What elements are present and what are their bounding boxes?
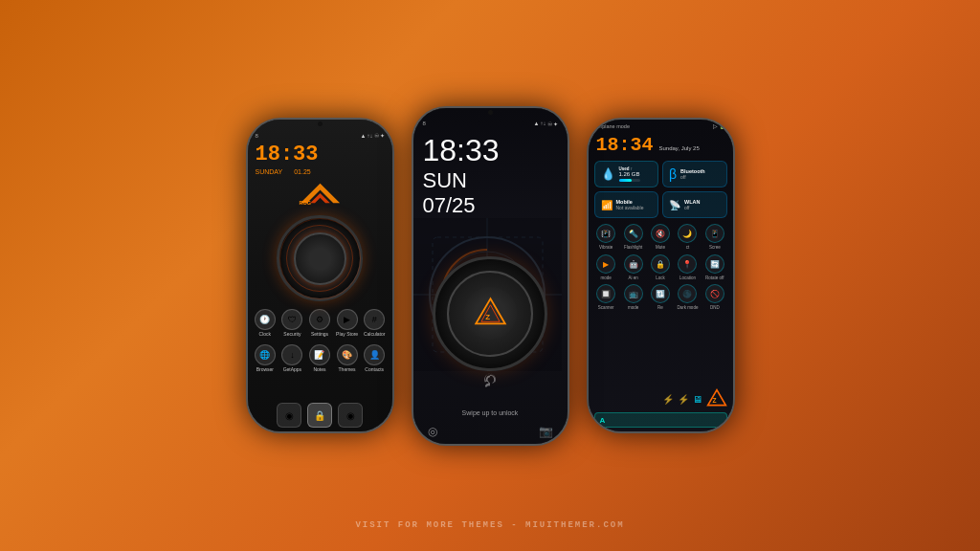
phone-center: 8 ▲↑↓♾✦ 18:33 SUN 07/25 <box>412 106 569 446</box>
node-icon: 📺 <box>624 284 643 303</box>
apps-grid-row1: 🕐 Clock 🛡 Security ⚙ Settings ▶ Play Sto… <box>248 305 392 341</box>
left-time: 18:33 <box>248 141 392 168</box>
qbtn-vibrate-label: Vibrate <box>599 245 612 250</box>
app-browser-icon: 🌐 <box>255 344 276 365</box>
qbtn-vibrate[interactable]: 📳 Vibrate <box>594 224 618 250</box>
flashlight-icon: 🔦 <box>624 224 643 243</box>
app-security[interactable]: 🛡 Security <box>280 309 304 337</box>
app-notes[interactable]: 📝 Notes <box>308 344 332 372</box>
qbtn-screen[interactable]: 📱 Scree <box>702 224 726 250</box>
tile-bluetooth[interactable]: β Bluetooth off <box>662 161 727 187</box>
center-status-bar: 8 ▲↑↓♾✦ <box>413 117 568 129</box>
qbtn-scanner[interactable]: 🔲 Scanner <box>594 284 618 310</box>
app-getapps[interactable]: ↓ GetApps <box>280 344 304 372</box>
app-clock[interactable]: 🕐 Clock <box>254 309 278 337</box>
center-status-icons: ▲↑↓♾✦ <box>534 121 558 127</box>
data-progress <box>619 179 632 182</box>
qbtn-re-label: Re <box>657 305 663 310</box>
qbtn-dnd-label: DND <box>710 305 720 310</box>
qbtn-location[interactable]: 📍 Location <box>676 254 700 280</box>
phones-showcase: 8 ▲↑↓♾✦ 18:33 SUNDAY 01.25 ROG <box>246 106 735 446</box>
watermark: VISIT FOR MORE THEMES - MIUITHEMER.COM <box>355 520 624 530</box>
app-getapps-label: GetApps <box>283 366 301 372</box>
qbtn-rotate[interactable]: 🔄 Rotate off <box>702 254 726 280</box>
qbtn-mode-label: mode <box>601 276 612 280</box>
rog-center-svg: Z <box>474 297 507 330</box>
app-clock-icon: 🕐 <box>255 309 276 330</box>
tile-data[interactable]: 💧 Used ↑ 1.26 GB <box>594 161 659 187</box>
svg-text:Z: Z <box>712 397 716 404</box>
re-icon: 🔃 <box>651 284 670 303</box>
app-calculator[interactable]: # Calculator <box>363 309 387 337</box>
svg-text:ROG: ROG <box>299 200 311 206</box>
airplane-mode-label: Airplane mode <box>596 123 630 129</box>
quick-buttons-row2: ▶ mode 🤖 Ai en 🔒 Lock 📍 Location 🔄 <box>589 253 733 282</box>
app-playstore[interactable]: ▶ Play Store <box>335 309 359 337</box>
search-bar[interactable]: A <box>594 412 727 428</box>
tile-bluetooth-content: Bluetooth off <box>680 168 705 180</box>
app-playstore-label: Play Store <box>336 331 358 337</box>
dock-icon-1[interactable]: ◉ <box>277 403 301 428</box>
tile-mobile-sub: Not available <box>616 205 644 210</box>
lock-icon: 🔒 <box>651 254 670 274</box>
search-letter: A <box>600 416 606 425</box>
dock-lock-icon[interactable]: 🔒 <box>307 403 332 428</box>
qbtn-node[interactable]: 📺 mode <box>621 284 645 310</box>
qbtn-ai[interactable]: 🤖 Ai en <box>621 254 645 280</box>
mute-icon: 🔇 <box>651 224 670 243</box>
location-icon: 📍 <box>678 254 697 274</box>
app-contacts-icon: 👤 <box>364 344 385 365</box>
center-date: 07/25 <box>413 193 568 218</box>
rog-mid-ring: Z <box>447 271 533 357</box>
app-calculator-label: Calculator <box>364 331 386 337</box>
qbtn-mute[interactable]: 🔇 Mute <box>648 224 672 250</box>
rog-icons-row: ⚡ ⚡ 🖥 Z <box>594 388 727 409</box>
dock-icon-3[interactable]: ◉ <box>338 403 363 428</box>
app-browser-label: Browser <box>256 366 274 372</box>
rog-lock-art: Z <box>413 218 568 409</box>
phone-right: Airplane mode ▷🔋 18:34 Sunday, July 25 💧… <box>587 118 735 433</box>
rog-logo-svg: ROG <box>294 179 346 208</box>
app-browser[interactable]: 🌐 Browser <box>254 344 278 372</box>
qbtn-location-label: Location <box>679 276 696 280</box>
svg-text:Z: Z <box>485 313 490 321</box>
svg-marker-9 <box>476 298 505 323</box>
qbtn-ct[interactable]: 🌙 ct <box>676 224 700 250</box>
app-themes[interactable]: 🎨 Themes <box>335 344 359 372</box>
qbtn-dnd[interactable]: 🚫 DND <box>702 284 726 310</box>
qbtn-flashlight[interactable]: 🔦 Flashlight <box>621 224 645 250</box>
qbtn-lock[interactable]: 🔒 Lock <box>648 254 672 280</box>
qbtn-darkmode[interactable]: 🌑 Dark mode <box>676 284 700 310</box>
left-carrier: 8 <box>256 133 258 139</box>
app-notes-icon: 📝 <box>309 344 330 365</box>
svg-marker-10 <box>480 305 499 322</box>
rog-icon-lightning1: ⚡ <box>662 394 674 405</box>
tile-mobile[interactable]: 📶 Mobile Not available <box>594 191 659 218</box>
bluetooth-icon: β <box>669 166 677 182</box>
ct-icon: 🌙 <box>678 224 697 243</box>
qbtn-re[interactable]: 🔃 Re <box>648 284 672 310</box>
mode-icon: ▶ <box>596 254 615 274</box>
tile-data-value: 1.26 GB <box>619 171 640 177</box>
left-status-bar: 8 ▲↑↓♾✦ <box>248 128 392 141</box>
right-screen: Airplane mode ▷🔋 18:34 Sunday, July 25 💧… <box>589 120 733 431</box>
qbtn-darkmode-label: Dark mode <box>677 305 698 310</box>
darkmode-icon: 🌑 <box>678 284 697 303</box>
tile-wlan[interactable]: 📡 WLAN off <box>662 191 727 218</box>
right-date: Sunday, July 25 <box>659 145 700 151</box>
app-contacts[interactable]: 👤 Contacts <box>363 344 387 372</box>
left-date: SUNDAY 01.25 <box>248 168 392 175</box>
data-icon: 💧 <box>601 167 615 181</box>
right-status-bar: Airplane mode ▷🔋 <box>589 120 733 132</box>
rog-brand-icon: Z <box>706 388 727 409</box>
rog-center-logo: Z <box>464 287 517 340</box>
app-settings[interactable]: ⚙ Settings <box>308 309 332 337</box>
tile-mobile-content: Mobile Not available <box>616 199 644 210</box>
lockscreen-camera-icon: 📷 <box>539 425 553 438</box>
rog-logo-left: ROG <box>294 179 346 208</box>
left-screen: 8 ▲↑↓♾✦ 18:33 SUNDAY 01.25 ROG <box>248 120 392 431</box>
tile-wlan-content: WLAN off <box>684 199 701 210</box>
qbtn-mute-label: Mute <box>656 245 665 250</box>
qbtn-mode[interactable]: ▶ mode <box>594 254 618 280</box>
app-contacts-label: Contacts <box>365 366 384 372</box>
